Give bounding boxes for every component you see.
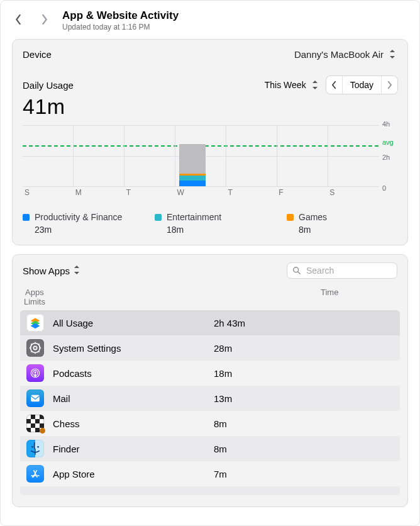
- svg-line-13: [38, 344, 40, 345]
- bar-segment: [179, 181, 206, 186]
- xlabel: F: [277, 188, 328, 198]
- next-period-button[interactable]: [381, 76, 397, 94]
- svg-point-6: [33, 346, 36, 349]
- app-time: 8m: [214, 444, 321, 454]
- table-row[interactable]: All Usage2h 43m: [20, 310, 400, 335]
- chart-columns: [23, 126, 379, 186]
- legend-swatch: [23, 214, 30, 221]
- layers-icon: [26, 314, 44, 332]
- apps-table-body: All Usage2h 43mSystem Settings28mPodcast…: [20, 310, 400, 495]
- device-selector[interactable]: Danny's MacBook Air: [294, 48, 397, 60]
- xlabel: S: [328, 188, 379, 198]
- show-apps-selector[interactable]: Show Apps: [23, 265, 80, 277]
- app-name: App Store: [53, 469, 214, 479]
- nav-buttons: [13, 9, 50, 26]
- xlabel: M: [74, 188, 124, 198]
- svg-line-12: [38, 351, 40, 352]
- table-row[interactable]: App Store7m: [20, 461, 400, 486]
- chevron-right-icon: [41, 14, 48, 25]
- search-input[interactable]: [305, 265, 392, 276]
- ylabel-top: 4h: [382, 120, 390, 128]
- xlabel: T: [226, 188, 277, 198]
- legend-item: Entertainment18m: [155, 212, 262, 235]
- app-time: 2h 43m: [214, 318, 321, 328]
- bar-stack: [179, 144, 206, 186]
- table-row[interactable]: Mail13m: [20, 386, 400, 411]
- show-apps-label: Show Apps: [23, 266, 70, 276]
- apps-panel-header: Show Apps: [20, 261, 400, 285]
- device-label: Device: [23, 49, 52, 60]
- app-name: System Settings: [53, 343, 214, 354]
- svg-line-14: [31, 351, 32, 352]
- svg-point-21: [37, 446, 39, 448]
- apps-table-header: Apps Time Limits: [20, 285, 400, 310]
- up-down-icon: [387, 48, 397, 60]
- chart-col: [124, 126, 175, 186]
- legend-item: Games8m: [287, 212, 350, 235]
- prev-period-button[interactable]: [326, 76, 342, 94]
- table-row-partial: [20, 486, 400, 495]
- ylabel-bot: 0: [382, 184, 386, 192]
- titlebar: App & Website Activity Updated today at …: [1, 1, 419, 36]
- legend-label: Entertainment: [167, 212, 221, 222]
- svg-point-20: [31, 446, 33, 448]
- apps-panel: Show Apps Apps Time Limits All Usage2h 4…: [12, 254, 408, 507]
- usage-chart: 4h 2h 0 avg SMTWTFS: [23, 125, 397, 198]
- app-name: Chess: [53, 418, 214, 429]
- bar-segment: [179, 176, 206, 180]
- back-button[interactable]: [13, 13, 23, 26]
- mail-icon: [26, 389, 44, 407]
- app-time: 7m: [214, 469, 321, 479]
- app-name: Finder: [53, 444, 214, 454]
- usage-panel: Device Danny's MacBook Air Daily Usage T…: [12, 39, 408, 245]
- chevron-left-icon: [14, 14, 22, 25]
- usage-controls: This Week Today: [265, 76, 397, 94]
- up-down-icon: [74, 265, 80, 277]
- table-row[interactable]: Chess8m: [20, 411, 400, 436]
- page-title: App & Website Activity: [62, 9, 179, 22]
- range-selected: This Week: [265, 80, 306, 90]
- svg-line-26: [33, 476, 33, 478]
- col-apps: Apps: [24, 288, 214, 297]
- chart-col: [277, 126, 328, 186]
- legend-label: Productivity & Finance: [35, 212, 122, 222]
- svg-point-17: [35, 371, 36, 373]
- usage-header-row: Daily Usage This Week Today: [23, 69, 397, 94]
- title-column: App & Website Activity Updated today at …: [62, 9, 179, 31]
- usage-total: 41m: [23, 94, 397, 119]
- col-time: Time: [321, 288, 396, 297]
- chart-col: [175, 126, 226, 186]
- table-row[interactable]: Finder8m: [20, 436, 400, 461]
- range-selector[interactable]: This Week: [265, 79, 321, 91]
- table-row[interactable]: System Settings28m: [20, 335, 400, 361]
- forward-button[interactable]: [40, 13, 50, 26]
- x-axis-labels: SMTWTFS: [23, 188, 379, 198]
- finder-icon: [26, 440, 44, 457]
- col-limits: Limits: [24, 297, 53, 306]
- today-button[interactable]: Today: [342, 76, 381, 94]
- podcasts-icon: [26, 364, 44, 382]
- app-name: Mail: [53, 393, 214, 404]
- chart-col: [328, 126, 379, 186]
- date-segmented-control: Today: [326, 76, 397, 94]
- up-down-icon: [310, 79, 320, 91]
- table-row[interactable]: Podcasts18m: [20, 361, 400, 386]
- legend-value: 23m: [23, 225, 130, 235]
- appstore-icon: [26, 465, 44, 483]
- search-field[interactable]: [287, 262, 397, 279]
- legend-value: 8m: [287, 225, 350, 235]
- legend-label-row: Productivity & Finance: [23, 212, 130, 222]
- search-icon: [292, 266, 301, 275]
- daily-usage-label: Daily Usage: [23, 80, 74, 91]
- legend-label: Games: [299, 212, 327, 222]
- chart-legend: Productivity & Finance23mEntertainment18…: [23, 212, 397, 235]
- device-row: Device Danny's MacBook Air: [23, 47, 397, 69]
- svg-line-1: [298, 272, 300, 274]
- legend-swatch: [287, 214, 294, 221]
- legend-value: 18m: [155, 225, 262, 235]
- chevron-right-icon: [387, 81, 392, 89]
- legend-label-row: Games: [287, 212, 350, 222]
- xlabel: T: [124, 188, 175, 198]
- legend-swatch: [155, 214, 162, 221]
- chess-icon: [26, 415, 44, 432]
